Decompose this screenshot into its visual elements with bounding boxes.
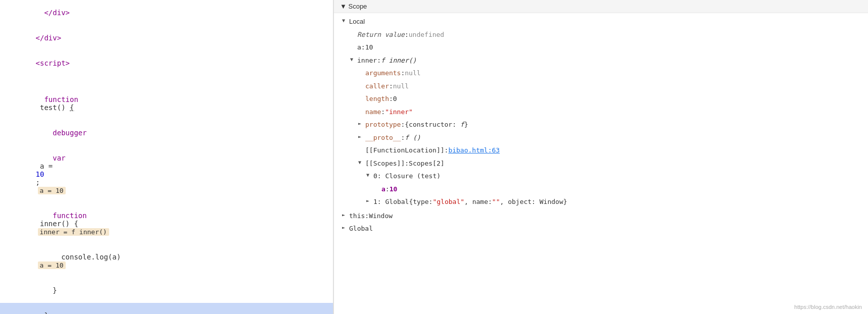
scope-row-prototype[interactable]: prototype : {constructor: f}	[334, 118, 868, 131]
prop-value-closure-a: 10	[390, 184, 398, 194]
triangle-icon-global	[342, 224, 349, 231]
triangle-icon-global1	[366, 197, 373, 204]
prop-name-a: a	[357, 42, 361, 53]
prop-colon: :	[381, 107, 385, 117]
prop-colon: :	[405, 30, 409, 40]
code-token: </div>	[36, 34, 62, 42]
prop-name-arguments: arguments	[365, 68, 401, 78]
prop-value-a: 10	[365, 42, 373, 53]
triangle-icon-inner	[350, 56, 357, 63]
scope-row-a: a : 10	[334, 41, 868, 54]
code-line: debugger	[0, 120, 333, 145]
code-line: function test() {	[0, 87, 333, 120]
spacer-icon	[374, 184, 381, 192]
code-line: }	[0, 278, 333, 303]
prop-value-inner: f inner()	[381, 56, 416, 66]
prop-colon: :	[389, 81, 393, 91]
prop-value-this: Window	[369, 211, 393, 221]
prop-name-function-location: [[FunctionLocation]]	[365, 145, 445, 155]
code-line: function inner() { inner = f inner()	[0, 203, 333, 244]
variable-badge: inner = f inner()	[38, 228, 109, 236]
code-token: }	[36, 286, 57, 294]
prop-colon: :	[389, 94, 393, 104]
url-watermark: https://blog.csdn.net/haokin	[794, 304, 862, 310]
code-token: <script>	[36, 59, 70, 67]
prop-colon: :	[377, 56, 381, 66]
scope-row-this[interactable]: this : Window	[334, 210, 868, 223]
local-section[interactable]: Local	[334, 15, 868, 28]
scope-row-global-1[interactable]: 1: Global {type: "global" , name: "" , o…	[334, 195, 868, 208]
triangle-icon-this	[342, 211, 349, 219]
prop-colon: :	[385, 184, 390, 194]
code-line	[0, 76, 333, 87]
scope-row-scopes[interactable]: [[Scopes]] : Scopes[2]	[334, 157, 868, 170]
prop-value-return: undefined	[409, 30, 444, 40]
triangle-icon	[342, 17, 349, 24]
code-line: var a = 10 ; a = 10	[0, 145, 333, 203]
prop-value-global1-name: ""	[492, 197, 500, 207]
code-token: }	[36, 311, 49, 314]
prop-name-closure-a: a	[381, 184, 385, 194]
prop-comma1: , name:	[464, 197, 492, 207]
prop-name-return: Return value	[357, 30, 405, 40]
prop-name-global: Global	[349, 224, 373, 234]
prop-name-inner: inner	[357, 56, 377, 66]
scope-row-global[interactable]: Global	[334, 222, 868, 235]
triangle-icon-scopes	[358, 159, 365, 166]
variable-badge: a = 10	[38, 261, 66, 269]
spacer-icon	[358, 68, 365, 76]
code-editor: </div> </div> <script> function test() {…	[0, 0, 333, 314]
prop-colon: :	[405, 159, 409, 169]
spacer-icon	[358, 94, 365, 101]
code-token: ;	[36, 178, 40, 186]
code-line: </div>	[0, 25, 333, 50]
code-token: test() {	[36, 103, 74, 112]
prop-value-global1-type: "global"	[432, 197, 464, 207]
code-token: console.log(a)	[36, 253, 121, 261]
prop-value-scopes: Scopes[2]	[409, 159, 444, 169]
code-keyword: debugger	[36, 129, 87, 137]
code-keyword: var	[36, 154, 66, 162]
scope-row-proto[interactable]: __proto__ : f ()	[334, 131, 868, 144]
scope-row-function-location: [[FunctionLocation]] : bibao.html:63	[334, 144, 868, 157]
prop-value-global1: {type:	[409, 197, 432, 207]
scope-content: Local Return value : undefined a : 10 in…	[334, 13, 868, 237]
prop-name-this: this	[349, 211, 365, 221]
prop-name-prototype: prototype	[365, 120, 401, 130]
prop-value-function-location[interactable]: bibao.html:63	[448, 145, 500, 155]
prop-value-name: "inner"	[385, 107, 413, 117]
scope-header: ▼ Scope	[334, 0, 868, 13]
scope-row-closure[interactable]: 0: Closure (test)	[334, 170, 868, 183]
code-line: console.log(a) a = 10	[0, 244, 333, 278]
scope-row-length: length : 0	[334, 92, 868, 106]
scope-row-return-value: Return value : undefined	[334, 28, 868, 41]
prop-colon: :	[401, 120, 405, 130]
prop-value-prototype: {constructor: f}	[405, 120, 468, 130]
prop-name-caller: caller	[365, 81, 389, 91]
code-number: 10	[36, 170, 44, 178]
code-keyword: function	[36, 95, 78, 103]
code-line: <script>	[0, 50, 333, 76]
prop-colon: :	[365, 211, 369, 221]
code-token: </div>	[36, 9, 70, 17]
code-keyword: function	[36, 212, 87, 220]
spacer-icon	[358, 107, 365, 115]
scope-row-closure-a: a : 10	[334, 183, 868, 196]
scope-header-label: ▼ Scope	[340, 3, 367, 10]
scope-row-arguments: arguments : null	[334, 67, 868, 80]
prop-name-closure: 0: Closure (test)	[373, 171, 441, 181]
prop-name-proto: __proto__	[365, 133, 401, 143]
prop-colon: :	[361, 42, 365, 53]
triangle-icon-prototype	[358, 120, 365, 127]
scope-row-caller: caller : null	[334, 80, 868, 93]
prop-value-caller: null	[393, 81, 409, 91]
local-label: Local	[349, 17, 365, 27]
prop-colon: :	[401, 133, 405, 143]
prop-name-global1: 1: Global	[373, 197, 409, 207]
scope-row-name: name : "inner"	[334, 106, 868, 119]
prop-name-name: name	[365, 107, 381, 117]
triangle-icon-closure	[366, 171, 373, 179]
prop-value-proto: f ()	[405, 133, 420, 143]
scope-row-inner[interactable]: inner : f inner()	[334, 54, 868, 67]
prop-value-length: 0	[393, 94, 397, 104]
